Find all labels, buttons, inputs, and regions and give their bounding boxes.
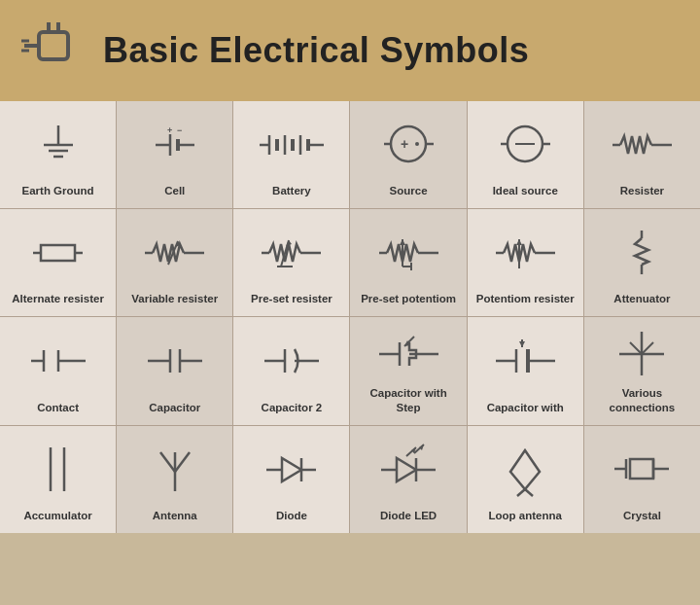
label-ideal-source: Ideal source	[493, 184, 558, 198]
symbol-capacitor-2	[239, 327, 343, 395]
label-earth-ground: Earth Ground	[22, 184, 94, 198]
label-diode-led: Diode LED	[380, 509, 437, 523]
cell-diode-led: Diode LED	[350, 426, 466, 533]
cell-capacitor-2: Capacitor 2	[233, 317, 349, 425]
cell-antenna: Antenna	[117, 426, 232, 533]
svg-marker-103	[510, 450, 540, 489]
symbol-variable-resister	[122, 219, 227, 286]
cell-resister: Resister	[584, 101, 700, 208]
svg-point-28	[415, 142, 419, 146]
label-diode: Diode	[276, 509, 307, 523]
symbols-grid: Earth Ground + − Cell	[0, 101, 700, 533]
label-capacitor-with: Capacitor with	[487, 401, 564, 415]
cell-various-connections: Various connections	[584, 317, 700, 425]
svg-rect-0	[39, 32, 68, 59]
cell-attenuator: Attenuator	[584, 209, 700, 316]
label-various-connections: Various connections	[590, 386, 694, 415]
symbol-cell: + −	[122, 111, 227, 178]
svg-line-88	[160, 452, 175, 472]
label-contact: Contact	[37, 401, 79, 415]
svg-text:+: +	[401, 136, 408, 152]
label-potentiom-resister: Potentiom resister	[476, 292, 575, 306]
symbol-attenuator	[590, 219, 694, 286]
symbol-capacitor-with	[473, 327, 578, 395]
cell-capacitor-with-step: Capacitor with Step	[350, 317, 466, 425]
label-capacitor-2: Capacitor 2	[262, 401, 323, 415]
label-capacitor: Capacitor	[149, 401, 200, 415]
cell-potentiom-resister: Potentiom resister	[468, 209, 583, 316]
cell-diode: Diode	[233, 426, 349, 533]
label-resister: Resister	[620, 184, 664, 198]
symbol-antenna	[122, 436, 227, 503]
label-antenna: Antenna	[153, 509, 197, 523]
symbol-capacitor-with-step	[356, 327, 460, 380]
cell-variable-resister: Variable resister	[117, 209, 232, 316]
label-accumulator: Accumulator	[23, 509, 91, 523]
symbol-pre-set-resister	[239, 219, 343, 286]
label-attenuator: Attenuator	[613, 292, 670, 306]
label-loop-antenna: Loop antenna	[489, 509, 562, 523]
svg-line-104	[517, 489, 525, 496]
cell-capacitor: Capacitor	[117, 317, 232, 425]
svg-marker-50	[400, 239, 405, 245]
symbol-crystal	[590, 436, 694, 503]
svg-line-89	[175, 452, 190, 472]
symbol-source: +	[356, 111, 460, 178]
symbol-earth-ground	[6, 111, 110, 178]
svg-marker-56	[516, 239, 522, 245]
symbol-capacitor	[122, 327, 227, 395]
cell-contact: Contact	[0, 317, 116, 425]
cell-cell: + − Cell	[117, 101, 232, 208]
svg-rect-36	[41, 245, 75, 261]
label-source: Source	[390, 184, 428, 198]
header-icon	[19, 18, 88, 84]
svg-line-84	[642, 342, 653, 354]
cell-alternate-resister: Alternate resister	[0, 209, 116, 316]
svg-marker-80	[519, 341, 525, 347]
label-crystal: Crystal	[623, 509, 661, 523]
label-pre-set-resister: Pre-set resister	[251, 292, 332, 306]
cell-accumulator: Accumulator	[0, 426, 116, 533]
symbol-resister	[590, 111, 694, 178]
page-header: Basic Electrical Symbols	[0, 0, 700, 101]
label-alternate-resister: Alternate resister	[12, 292, 104, 306]
svg-marker-92	[282, 458, 301, 481]
symbol-ideal-source	[473, 111, 578, 178]
symbol-diode	[239, 436, 343, 503]
symbol-diode-led	[356, 436, 460, 503]
symbol-potentiom-resister	[473, 219, 578, 286]
cell-pre-set-resister: Pre-set resister	[233, 209, 349, 316]
symbol-loop-antenna	[473, 436, 578, 503]
label-cell: Cell	[164, 184, 185, 198]
svg-rect-108	[630, 459, 653, 479]
cell-loop-antenna: Loop antenna	[468, 426, 583, 533]
cell-pre-set-potentiom: Pre-set potentiom	[350, 209, 466, 316]
symbol-various-connections	[590, 327, 694, 380]
cell-capacitor-with: Capacitor with	[468, 317, 583, 425]
page-title: Basic Electrical Symbols	[103, 30, 529, 71]
cell-earth-ground: Earth Ground	[0, 101, 116, 208]
symbol-accumulator	[6, 436, 110, 503]
symbol-pre-set-potentiom	[356, 219, 460, 286]
label-capacitor-with-step: Capacitor with Step	[356, 386, 460, 415]
label-variable-resister: Variable resister	[131, 292, 218, 306]
cell-source: + Source	[350, 101, 466, 208]
svg-text:+: +	[167, 125, 172, 135]
label-pre-set-potentiom: Pre-set potentiom	[361, 292, 456, 306]
cell-battery: Battery	[233, 101, 349, 208]
cell-crystal: Crystal	[584, 426, 700, 533]
label-battery: Battery	[272, 184, 311, 198]
svg-text:−: −	[177, 125, 182, 135]
svg-line-83	[630, 342, 642, 354]
svg-marker-96	[397, 458, 416, 481]
symbol-battery	[239, 111, 343, 178]
cell-ideal-source: Ideal source	[468, 101, 583, 208]
svg-line-105	[525, 489, 533, 496]
symbol-alternate-resister	[6, 219, 110, 286]
symbol-contact	[6, 327, 110, 395]
